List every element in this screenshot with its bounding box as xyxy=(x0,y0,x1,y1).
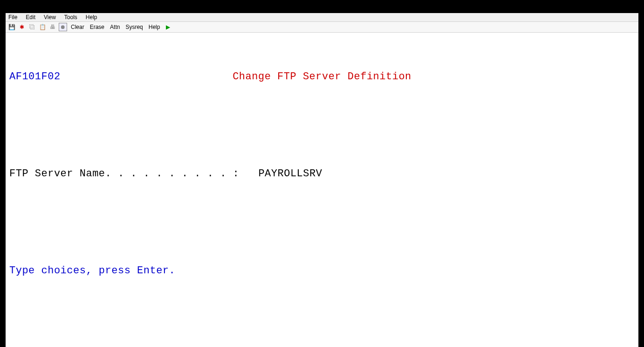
toolbar-clear[interactable]: Clear xyxy=(69,24,86,30)
toolbar: 💾 ✱ ⿻ 📋 🖶 ⏺ Clear Erase Attn Sysreq Help… xyxy=(6,22,638,33)
menu-view[interactable]: View xyxy=(44,14,56,21)
server-name-label: FTP Server Name. . . . . . . . . . : xyxy=(9,168,239,180)
toolbar-erase[interactable]: Erase xyxy=(88,24,106,30)
emulator-window: File Edit View Tools Help 💾 ✱ ⿻ 📋 🖶 ⏺ Cl… xyxy=(6,13,638,341)
terminal-screen[interactable]: AF101F02 Change FTP Server Definition FT… xyxy=(6,33,638,347)
hotspot-icon[interactable]: ✱ xyxy=(18,23,26,31)
menubar: File Edit View Tools Help xyxy=(6,13,638,22)
print-icon[interactable]: 🖶 xyxy=(48,23,57,31)
menu-file[interactable]: File xyxy=(8,14,17,21)
toolbar-help[interactable]: Help xyxy=(147,24,162,30)
menu-edit[interactable]: Edit xyxy=(26,14,35,21)
toolbar-attn[interactable]: Attn xyxy=(108,24,122,30)
page-title: Change FTP Server Definition xyxy=(9,71,635,83)
save-icon[interactable]: 💾 xyxy=(7,23,16,31)
toolbar-sysreq[interactable]: Sysreq xyxy=(123,24,144,30)
play-icon[interactable]: ▶ xyxy=(164,23,172,31)
instructions: Type choices, press Enter. xyxy=(9,265,175,277)
menu-help[interactable]: Help xyxy=(86,14,97,21)
paste-icon[interactable]: 📋 xyxy=(38,23,47,31)
server-name-value: PAYROLLSRV xyxy=(258,168,322,180)
menu-tools[interactable]: Tools xyxy=(64,14,77,21)
record-icon[interactable]: ⏺ xyxy=(59,23,67,31)
copy-icon[interactable]: ⿻ xyxy=(28,23,36,31)
